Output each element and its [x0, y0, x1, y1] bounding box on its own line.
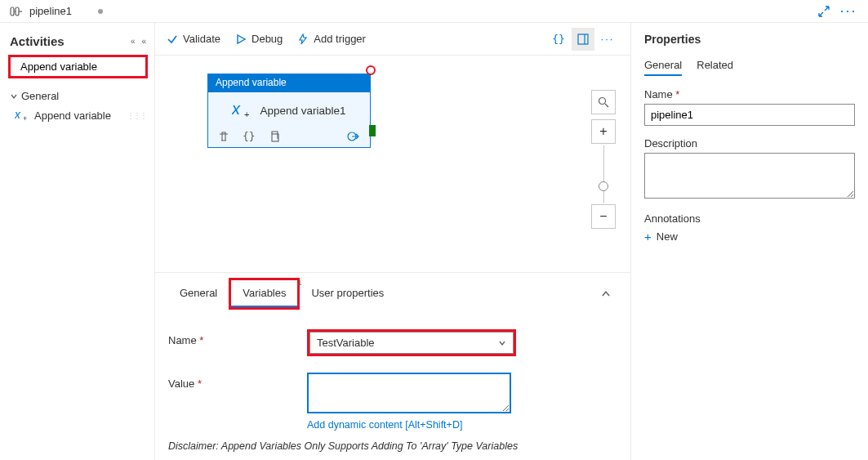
prop-description-input[interactable]	[644, 153, 855, 199]
tab-user-properties[interactable]: User properties	[300, 280, 395, 307]
properties-tabs: General Related	[644, 56, 855, 77]
add-trigger-button[interactable]: Add trigger	[297, 33, 366, 45]
variable-name-label: Name *	[168, 329, 307, 346]
validate-button[interactable]: Validate	[167, 33, 220, 45]
debug-button[interactable]: Debug	[235, 33, 283, 45]
debug-label: Debug	[251, 33, 283, 45]
variable-icon: x +	[15, 109, 29, 122]
disclaimer-text: Disclaimer: Append Variables Only Suppor…	[168, 440, 617, 452]
copy-icon[interactable]	[269, 131, 280, 142]
prop-name-label: Name *	[644, 88, 855, 100]
output-icon[interactable]	[347, 131, 360, 142]
activity-node-body[interactable]: x + Append variable1 {}	[207, 92, 371, 148]
pipeline-canvas[interactable]: Append variable x + Append variable1	[155, 56, 630, 272]
settings-tabs: General Variables 1 User properties	[168, 278, 617, 310]
activity-node-append-variable[interactable]: Append variable x + Append variable1	[207, 74, 371, 148]
activities-search[interactable]	[8, 55, 148, 78]
more-icon[interactable]: ···	[839, 2, 858, 21]
activity-node-title: Append variable1	[260, 105, 345, 117]
prop-name-input[interactable]	[644, 104, 855, 126]
zoom-out-button[interactable]: −	[591, 204, 616, 229]
pipeline-icon	[10, 7, 23, 16]
tree-section-label: General	[21, 90, 59, 102]
drag-handle-icon[interactable]: ⋮⋮⋮	[127, 111, 146, 120]
prop-tab-related[interactable]: Related	[697, 56, 733, 76]
toolbar-more-button[interactable]: ···	[596, 28, 619, 51]
svg-rect-8	[578, 34, 588, 44]
activity-node-header: Append variable	[207, 74, 371, 92]
prop-description-label: Description	[644, 137, 855, 150]
unsaved-indicator-icon	[98, 9, 103, 14]
collapse-panel-icon[interactable]	[594, 283, 617, 306]
expand-icon[interactable]	[814, 2, 834, 21]
dynamic-content-link[interactable]: Add dynamic content [Alt+Shift+D]	[307, 419, 462, 431]
collapse-panel-icon[interactable]: «	[141, 37, 146, 46]
add-annotation-button[interactable]: + New	[644, 230, 678, 243]
tree-section-general[interactable]: General	[8, 87, 148, 105]
tab-variables-badge: 1	[297, 279, 301, 287]
activity-item-label: Append variable	[34, 109, 111, 122]
validation-error-icon	[366, 65, 376, 75]
pipeline-toolbar: Validate Debug Add trigger {} ···	[155, 23, 630, 56]
svg-line-15	[605, 104, 608, 107]
canvas-zoom-controls: + −	[591, 90, 616, 229]
svg-rect-0	[11, 7, 14, 16]
variable-value-input[interactable]	[307, 373, 511, 413]
titlebar: pipeline1 ···	[0, 0, 868, 23]
variable-name-select[interactable]: TestVariable	[309, 332, 514, 354]
chevron-down-icon	[498, 339, 506, 347]
success-connector-icon[interactable]	[369, 125, 376, 136]
code-icon[interactable]: {}	[243, 130, 256, 142]
pipeline-title: pipeline1	[29, 5, 72, 17]
activity-item-append-variable[interactable]: x + Append variable ⋮⋮⋮	[8, 105, 148, 125]
validate-label: Validate	[183, 33, 220, 45]
activities-heading: Activities	[10, 34, 65, 48]
delete-icon[interactable]	[218, 131, 229, 142]
variable-name-value: TestVariable	[317, 337, 375, 349]
main-area: Validate Debug Add trigger {} ···	[155, 23, 631, 460]
tab-general[interactable]: General	[168, 280, 229, 307]
variable-icon: x +	[232, 102, 251, 118]
add-annotation-label: New	[657, 230, 678, 243]
activities-search-input[interactable]	[20, 60, 158, 73]
activities-sidebar: Activities « « General x + Append variab…	[0, 23, 155, 460]
search-canvas-button[interactable]	[591, 90, 616, 114]
prop-annotations-label: Annotations	[644, 212, 855, 225]
activities-header: Activities « «	[8, 29, 148, 55]
plus-icon: +	[644, 230, 652, 243]
json-view-button[interactable]: {}	[547, 28, 570, 51]
chevron-down-icon	[10, 92, 18, 100]
titlebar-left: pipeline1	[10, 5, 103, 17]
svg-rect-1	[16, 7, 19, 16]
properties-heading: Properties	[644, 33, 855, 46]
expand-all-icon[interactable]: «	[131, 37, 136, 46]
properties-panel: Properties General Related Name * Descri…	[631, 23, 868, 460]
prop-tab-general[interactable]: General	[644, 56, 682, 76]
zoom-in-button[interactable]: +	[591, 119, 616, 144]
zoom-slider-thumb[interactable]	[599, 181, 608, 191]
variable-value-label: Value *	[168, 373, 307, 390]
svg-text:x: x	[15, 109, 21, 121]
svg-text:+: +	[23, 114, 27, 122]
svg-text:+: +	[244, 109, 249, 118]
add-trigger-label: Add trigger	[314, 33, 366, 45]
svg-text:x: x	[232, 102, 241, 118]
tab-variables[interactable]: Variables	[231, 280, 297, 307]
titlebar-right: ···	[814, 2, 858, 21]
svg-point-14	[599, 98, 606, 105]
properties-toggle-button[interactable]	[572, 28, 594, 51]
zoom-slider[interactable]	[603, 145, 604, 203]
activity-settings-panel: General Variables 1 User properties Name…	[155, 272, 630, 460]
